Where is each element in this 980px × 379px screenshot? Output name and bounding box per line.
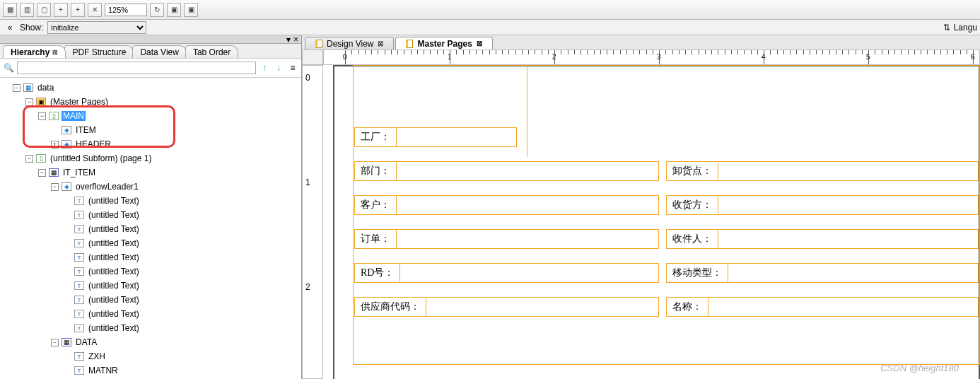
- close-icon[interactable]: ⊠: [378, 40, 383, 47]
- collapse-icon[interactable]: −: [38, 112, 46, 120]
- form-field[interactable]: RD号：: [354, 263, 659, 283]
- tree-node[interactable]: −▦DATA: [0, 335, 301, 349]
- refresh-button[interactable]: ↻: [150, 3, 164, 17]
- form-field[interactable]: 收件人：: [666, 229, 979, 249]
- close-panel-icon[interactable]: ×: [293, 35, 298, 45]
- tree-node[interactable]: −◈overflowLeader1: [0, 180, 301, 194]
- txt-icon: T: [74, 324, 84, 332]
- toolbar-button[interactable]: +: [54, 3, 68, 17]
- toolbar-button[interactable]: ✕: [88, 3, 102, 17]
- zoom-input[interactable]: 125%: [105, 4, 147, 16]
- form-field[interactable]: 订单：: [354, 229, 659, 249]
- txt-icon: T: [74, 281, 84, 290]
- form-field[interactable]: 卸货点：: [666, 161, 979, 181]
- field-value[interactable]: [728, 264, 978, 282]
- tree-node[interactable]: +◈HEADER: [0, 137, 301, 151]
- toolbar-button[interactable]: ▢: [37, 3, 51, 17]
- tree-node[interactable]: −▦data: [0, 81, 301, 95]
- collapse-icon[interactable]: −: [51, 183, 59, 191]
- close-icon[interactable]: ⊠: [52, 49, 58, 56]
- tree-node[interactable]: T(untitled Text): [0, 293, 301, 307]
- search-input[interactable]: [17, 62, 256, 74]
- form-field[interactable]: 部门：: [354, 161, 659, 181]
- form-field[interactable]: 客户：: [354, 195, 659, 215]
- tree-node[interactable]: T(untitled Text): [0, 279, 301, 293]
- field-value[interactable]: [397, 196, 658, 214]
- field-label: 收货方：: [667, 196, 718, 214]
- tree-node[interactable]: T(untitled Text): [0, 236, 301, 250]
- tree-node[interactable]: T(untitled Text): [0, 264, 301, 279]
- tree-node[interactable]: T(untitled Text): [0, 250, 301, 264]
- toolbar-button[interactable]: ▣: [167, 3, 181, 17]
- collapse-icon[interactable]: −: [25, 155, 33, 163]
- tree-node[interactable]: T(untitled Text): [0, 222, 301, 236]
- node-label: (untitled Text): [87, 323, 141, 333]
- tree-node[interactable]: T(untitled Text): [0, 307, 301, 321]
- tree-node[interactable]: TMATNR: [0, 363, 301, 378]
- node-label: (untitled Text): [87, 210, 141, 220]
- minimize-icon[interactable]: ▾: [286, 35, 291, 45]
- tree-node[interactable]: T(untitled Text): [0, 321, 301, 335]
- mp-icon: ▣: [36, 98, 46, 106]
- tab-tab-order[interactable]: Tab Order: [185, 45, 238, 58]
- up-arrow-icon[interactable]: ↑: [259, 62, 270, 74]
- toolbar-button[interactable]: +: [71, 3, 85, 17]
- expand-icon[interactable]: +: [51, 141, 59, 148]
- collapse-icon[interactable]: −: [51, 339, 59, 346]
- form-field[interactable]: 供应商代码：: [354, 297, 659, 317]
- toolbar-button[interactable]: ▦: [3, 3, 17, 17]
- tab-label: Tab Order: [193, 47, 231, 57]
- tree-node[interactable]: −▣(Master Pages): [0, 95, 301, 109]
- tab-hierarchy[interactable]: Hierarchy⊠: [3, 45, 66, 58]
- field-value[interactable]: [397, 128, 516, 146]
- tree-node[interactable]: T(untitled Text): [0, 208, 301, 222]
- horizontal-ruler[interactable]: 0123456: [323, 49, 980, 65]
- field-value[interactable]: [397, 230, 658, 248]
- show-select[interactable]: initialize: [47, 21, 146, 34]
- field-value[interactable]: [426, 298, 658, 316]
- field-value[interactable]: [708, 298, 978, 316]
- form-field[interactable]: 移动类型：: [666, 263, 979, 283]
- tree-node[interactable]: ◈ITEM: [0, 123, 301, 137]
- tab-data-view[interactable]: Data View: [132, 45, 186, 58]
- collapse-icon[interactable]: «: [4, 22, 16, 33]
- field-label: 卸货点：: [667, 162, 718, 180]
- txt-icon: T: [74, 296, 84, 304]
- tree-node[interactable]: T(untitled Text): [0, 194, 301, 208]
- field-value[interactable]: [718, 196, 978, 214]
- stepper-icon[interactable]: ⇅: [941, 22, 952, 33]
- field-value[interactable]: [718, 230, 978, 248]
- form-field[interactable]: 收货方：: [666, 195, 979, 215]
- page-icon: [406, 40, 413, 48]
- node-label: (Master Pages): [49, 97, 110, 107]
- tree-node[interactable]: −▯MAIN: [0, 109, 301, 123]
- tab-label: Design View: [327, 39, 373, 49]
- toolbar-button[interactable]: ▥: [20, 3, 34, 17]
- tab-pdf-structure[interactable]: PDF Structure: [64, 45, 134, 58]
- form-field[interactable]: 名称：: [666, 297, 979, 317]
- tree-node[interactable]: −▦IT_ITEM: [0, 165, 301, 180]
- doc-tab-design-view[interactable]: Design View⊠: [305, 37, 394, 49]
- form-field[interactable]: 工厂：: [354, 127, 517, 147]
- txt-icon: T: [74, 267, 84, 276]
- tree-view[interactable]: −▦data−▣(Master Pages)−▯MAIN◈ITEM+◈HEADE…: [0, 78, 301, 379]
- collapse-icon[interactable]: −: [25, 98, 33, 106]
- field-label: 移动类型：: [667, 264, 728, 282]
- txt-icon: T: [74, 211, 84, 219]
- dropdown-icon[interactable]: ≡: [287, 62, 298, 74]
- close-icon[interactable]: ⊠: [477, 40, 482, 47]
- design-canvas[interactable]: 工厂：部门：卸货点：客户：收货方：订单：收件人：RD号：移动类型：供应商代码：名…: [323, 65, 980, 379]
- search-icon[interactable]: 🔍: [3, 62, 14, 74]
- field-value[interactable]: [718, 162, 978, 180]
- down-arrow-icon[interactable]: ↓: [273, 62, 284, 74]
- vertical-ruler[interactable]: 012: [302, 65, 323, 379]
- doc-tab-master-pages[interactable]: Master Pages⊠: [395, 37, 492, 49]
- collapse-icon[interactable]: −: [13, 84, 21, 92]
- tree-node[interactable]: TZXH: [0, 349, 301, 363]
- field-value[interactable]: [397, 162, 658, 180]
- txt-icon: T: [74, 225, 84, 233]
- field-value[interactable]: [400, 264, 658, 282]
- tree-node[interactable]: −▯(untitled Subform) (page 1): [0, 151, 301, 165]
- collapse-icon[interactable]: −: [38, 169, 46, 177]
- toolbar-button[interactable]: ▣: [184, 3, 198, 17]
